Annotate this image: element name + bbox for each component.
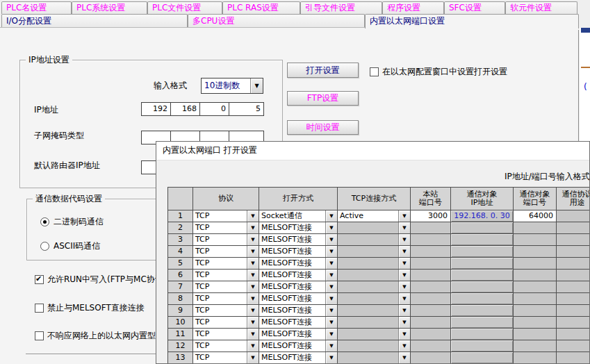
chevron-down-icon[interactable]: ▼ (247, 329, 259, 340)
chevron-down-icon[interactable]: ▼ (325, 258, 337, 269)
tab-multi-cpu[interactable]: 多CPU设置 (188, 14, 365, 27)
no-response-search-checkbox[interactable] (35, 331, 44, 340)
chevron-down-icon[interactable]: ▼ (325, 317, 337, 328)
local-port-cell[interactable] (411, 340, 451, 352)
chevron-down-icon[interactable]: ▼ (247, 293, 259, 304)
open-method-dropdown[interactable]: MELSOFT连接▼ (259, 258, 338, 270)
local-port-cell[interactable] (411, 246, 451, 258)
row-number[interactable]: 1 (167, 210, 193, 222)
tcp-connection-dropdown[interactable]: Active▼ (338, 210, 411, 222)
row-number[interactable]: 8 (167, 293, 193, 305)
chevron-down-icon[interactable]: ▼ (325, 305, 337, 316)
ftp-settings-button[interactable]: FTP设置 (287, 91, 359, 106)
local-port-cell[interactable] (411, 293, 451, 305)
time-settings-button[interactable]: 时间设置 (287, 120, 359, 135)
chevron-down-icon[interactable]: ▼ (398, 352, 410, 363)
target-ip-cell[interactable] (451, 281, 514, 293)
local-port-cell[interactable] (411, 305, 451, 317)
protocol-dropdown[interactable]: TCP▼ (193, 352, 259, 364)
ip-octet-4[interactable]: 5 (229, 103, 263, 115)
tcp-connection-dropdown[interactable]: ▼ (338, 234, 411, 246)
local-port-cell[interactable] (411, 234, 451, 246)
chevron-down-icon[interactable]: ▼ (247, 234, 259, 245)
local-port-cell[interactable]: 3000 (411, 210, 451, 222)
target-ip-cell[interactable] (451, 246, 514, 258)
local-port-cell[interactable] (411, 222, 451, 234)
chevron-down-icon[interactable]: ▼ (325, 210, 337, 222)
tcp-connection-dropdown[interactable]: ▼ (338, 246, 411, 258)
open-method-dropdown[interactable]: MELSOFT连接▼ (259, 329, 338, 340)
target-ip-cell[interactable] (451, 305, 514, 317)
tab-builtin-ethernet-port[interactable]: 内置以太网端口设置 (365, 14, 579, 28)
tcp-connection-dropdown[interactable]: ▼ (338, 340, 411, 352)
target-port-cell[interactable] (514, 246, 557, 258)
open-settings-button[interactable]: 打开设置 (287, 63, 359, 78)
ip-octet-1[interactable]: 192 (142, 103, 170, 115)
row-number[interactable]: 6 (167, 270, 193, 281)
target-port-cell[interactable] (514, 234, 557, 246)
target-port-cell[interactable] (514, 305, 557, 317)
chevron-down-icon[interactable]: ▼ (247, 258, 259, 269)
protocol-dropdown[interactable]: TCP▼ (193, 293, 259, 305)
chevron-down-icon[interactable]: ▼ (398, 305, 410, 316)
protocol-dropdown[interactable]: TCP▼ (193, 222, 259, 234)
ip-octet-3[interactable]: 0 (199, 103, 229, 115)
target-port-cell[interactable] (514, 258, 557, 270)
row-number[interactable]: 2 (167, 222, 193, 234)
disable-melsoft-direct-checkbox[interactable] (35, 304, 44, 313)
protocol-dropdown[interactable]: TCP▼ (193, 210, 259, 222)
chevron-down-icon[interactable]: ▼ (398, 293, 410, 304)
chevron-down-icon[interactable]: ▼ (398, 210, 410, 222)
target-ip-cell[interactable] (451, 352, 514, 364)
chevron-down-icon[interactable]: ▼ (325, 329, 337, 340)
open-method-dropdown[interactable]: MELSOFT连接▼ (259, 305, 338, 317)
local-port-cell[interactable] (411, 329, 451, 340)
protocol-dropdown[interactable]: TCP▼ (193, 305, 259, 317)
tab-plc-system-setting[interactable]: PLC系统设置 (72, 1, 147, 14)
tcp-connection-dropdown[interactable]: ▼ (338, 352, 411, 364)
chevron-down-icon[interactable]: ▼ (398, 234, 410, 245)
chevron-down-icon[interactable]: ▼ (247, 340, 259, 351)
target-ip-cell[interactable] (451, 258, 514, 270)
open-method-dropdown[interactable]: MELSOFT连接▼ (259, 352, 338, 364)
target-port-cell[interactable] (514, 281, 557, 293)
chevron-down-icon[interactable]: ▼ (247, 246, 259, 257)
chevron-down-icon[interactable]: ▼ (247, 210, 259, 222)
local-port-cell[interactable] (411, 270, 451, 281)
row-number[interactable]: 3 (167, 234, 193, 246)
tab-io-assignment[interactable]: I/O分配设置 (1, 14, 188, 27)
chevron-down-icon[interactable]: ▼ (398, 246, 410, 257)
chevron-down-icon[interactable]: ▼ (247, 352, 259, 363)
chevron-down-icon[interactable]: ▼ (247, 222, 259, 233)
protocol-dropdown[interactable]: TCP▼ (193, 340, 259, 352)
chevron-down-icon[interactable]: ▼ (398, 340, 410, 351)
tcp-connection-dropdown[interactable]: ▼ (338, 258, 411, 270)
chevron-down-icon[interactable]: ▼ (398, 329, 410, 340)
allow-run-write-checkbox[interactable] (35, 275, 44, 284)
target-port-cell[interactable] (514, 270, 557, 281)
chevron-down-icon[interactable]: ▼ (325, 222, 337, 233)
protocol-dropdown[interactable]: TCP▼ (193, 281, 259, 293)
tab-plc-ras-setting[interactable]: PLC RAS设置 (222, 1, 300, 14)
chevron-down-icon[interactable]: ▼ (398, 222, 410, 233)
input-format-dropdown[interactable]: 10进制数 ▼ (201, 78, 263, 94)
chevron-down-icon[interactable]: ▼ (398, 258, 410, 269)
chevron-down-icon[interactable]: ▼ (325, 270, 337, 281)
ip-address-input[interactable]: 192 168 0 5 (141, 102, 264, 116)
open-method-dropdown[interactable]: Socket通信▼ (259, 210, 338, 222)
row-number[interactable]: 10 (167, 317, 193, 329)
tcp-connection-dropdown[interactable]: ▼ (338, 293, 411, 305)
chevron-down-icon[interactable]: ▼ (247, 270, 259, 281)
protocol-dropdown[interactable]: TCP▼ (193, 258, 259, 270)
chevron-down-icon[interactable]: ▼ (325, 340, 337, 351)
target-ip-cell[interactable] (451, 329, 514, 340)
open-method-dropdown[interactable]: MELSOFT连接▼ (259, 293, 338, 305)
open-method-dropdown[interactable]: MELSOFT连接▼ (259, 340, 338, 352)
target-port-cell[interactable] (514, 352, 557, 364)
ip-octet-2[interactable]: 168 (170, 103, 199, 115)
target-ip-cell[interactable]: 192.168. 0. 30 (451, 210, 514, 222)
chevron-down-icon[interactable]: ▼ (398, 281, 410, 292)
ethernet-config-window-checkbox[interactable] (370, 67, 379, 76)
tab-device-setting[interactable]: 软元件设置 (505, 1, 577, 14)
target-ip-cell[interactable] (451, 293, 514, 305)
